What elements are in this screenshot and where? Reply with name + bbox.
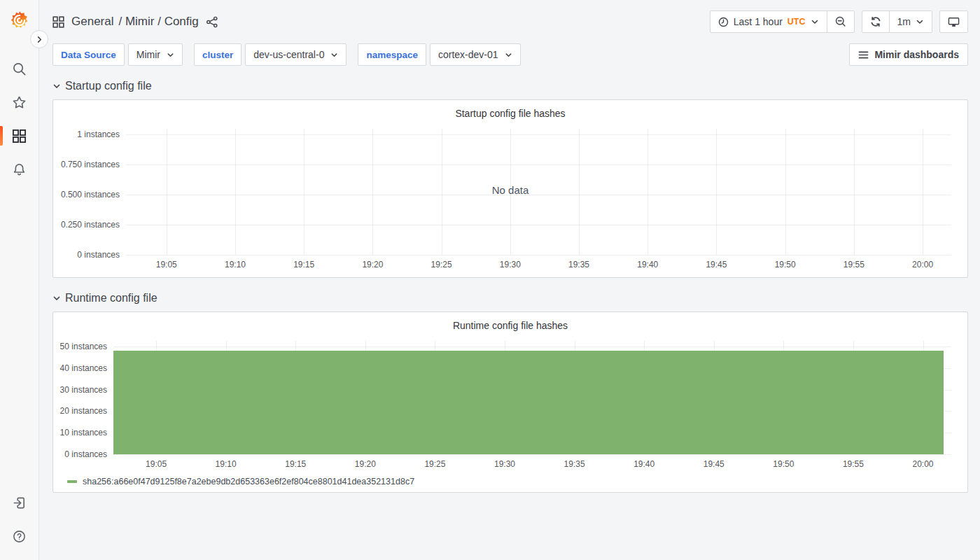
x-axis-label: 19:35 [564,459,585,469]
apps-grid-icon[interactable] [52,16,64,28]
startup-config-chart[interactable]: 1 instances0.750 instances0.500 instance… [59,122,962,273]
zoom-out-button[interactable] [827,11,854,32]
menu-icon [858,50,869,59]
y-axis-label: 50 instances [60,342,107,351]
x-axis-label: 19:15 [293,260,314,270]
x-axis: 19:0519:1019:1519:2019:2519:3019:3519:40… [113,454,951,472]
time-range-label: Last 1 hour [734,16,783,27]
panel-header: Startup config file hashes [59,105,962,122]
chevron-down-icon [167,51,174,59]
variable-cluster-value: dev-us-central-0 [253,49,324,60]
timezone-label: UTC [788,17,806,27]
chevron-down-icon [505,51,512,59]
sidebar [0,0,39,560]
dashboard-content: Startup config file Startup config file … [39,66,980,493]
x-axis-label: 19:15 [285,459,306,469]
sign-in-icon [12,496,27,510]
variable-namespace-label[interactable]: namespace [358,43,426,66]
x-axis-label: 19:05 [156,260,177,270]
sidebar-item-search[interactable] [0,52,39,85]
x-axis-label: 19:10 [216,459,237,469]
variable-namespace-select[interactable]: cortex-dev-01 [430,43,521,66]
legend-swatch [67,480,77,483]
runtime-config-chart[interactable]: 50 instances40 instances30 instances20 i… [59,334,962,472]
variable-datasource-select[interactable]: Mimir [128,43,183,66]
panel-startup-config-hashes: Startup config file hashes 1 instances0.… [52,99,968,278]
gridline [113,346,951,347]
y-axis-label: 20 instances [60,406,107,416]
sidebar-item-alerting[interactable] [0,153,39,186]
x-axis-label: 19:25 [424,459,445,469]
grafana-logo-icon[interactable] [9,10,30,31]
plot-area[interactable] [113,334,951,454]
y-axis-label: 0.250 instances [61,220,120,230]
y-axis-label: 30 instances [60,385,107,395]
y-axis-label: 10 instances [60,428,107,438]
x-axis-label: 19:10 [225,260,246,270]
variable-namespace-value: cortex-dev-01 [438,49,498,60]
series-area[interactable] [113,351,944,454]
legend-item[interactable]: sha256:a66e0f47d9125f8e7a2ebe9db2d653363… [67,475,962,488]
y-axis-label: 0 instances [64,449,107,459]
time-controls-group: Last 1 hour UTC [710,10,855,33]
x-axis-label: 19:35 [568,260,589,270]
x-axis-label: 19:45 [704,459,724,469]
share-icon[interactable] [206,16,218,28]
panel-header: Runtime config file hashes [59,317,962,334]
sidebar-item-sign-in[interactable] [0,486,39,519]
variables-bar: Data Source Mimir cluster dev-us-central… [39,39,980,66]
refresh-interval-value: 1m [897,16,911,27]
variable-namespace: namespace cortex-dev-01 [358,43,520,66]
x-axis: 19:0519:1019:1519:2019:2519:3019:3519:40… [126,255,951,273]
panel-title[interactable]: Startup config file hashes [455,108,565,119]
y-axis-label: 1 instances [77,130,120,139]
x-axis-label: 19:40 [637,260,658,270]
chevron-down-icon [52,294,61,302]
refresh-icon [870,16,881,27]
variable-datasource-value: Mimir [136,49,160,60]
row-title: Startup config file [65,80,152,92]
x-axis-label: 19:05 [146,459,167,469]
active-indicator [0,126,3,146]
variable-datasource: Data Source Mimir [52,43,183,66]
grafana-app: General / Mimir / Config [0,0,980,560]
dashboard-navbar: General / Mimir / Config [39,0,980,39]
variable-cluster: cluster dev-us-central-0 [194,43,346,66]
row-startup-config[interactable]: Startup config file [52,78,968,94]
refresh-button[interactable] [862,11,889,32]
clock-icon [718,17,729,27]
sidebar-item-help[interactable] [0,519,39,553]
variable-datasource-label[interactable]: Data Source [52,43,125,66]
panel-runtime-config-hashes: Runtime config file hashes 50 instances4… [52,312,968,493]
variable-cluster-label[interactable]: cluster [194,43,241,66]
gridline [126,225,951,225]
x-axis-label: 19:25 [431,260,452,270]
kiosk-group [939,10,968,33]
navbar-controls: Last 1 hour UTC [710,10,968,33]
chevron-down-icon [330,51,338,59]
panel-title[interactable]: Runtime config file hashes [453,320,568,331]
breadcrumb-folder[interactable]: General [71,15,113,29]
time-picker-button[interactable]: Last 1 hour UTC [710,11,827,32]
row-title: Runtime config file [65,292,158,304]
x-axis-label: 19:40 [634,459,654,469]
x-axis-label: 19:20 [355,459,376,469]
x-axis-label: 19:50 [775,260,796,270]
x-axis-label: 19:30 [494,459,515,469]
refresh-interval-dropdown[interactable]: 1m [889,11,932,32]
x-axis-label: 20:00 [912,260,933,270]
sidebar-item-dashboards[interactable] [0,119,39,153]
sidebar-expand-button[interactable] [30,30,48,48]
tv-mode-button[interactable] [940,11,967,32]
x-axis-label: 19:55 [844,260,864,270]
x-axis-label: 19:55 [843,459,864,469]
x-axis-label: 20:00 [913,459,934,469]
y-axis-label: 40 instances [60,363,107,373]
sidebar-item-starred[interactable] [0,85,39,119]
mimir-dashboards-label: Mimir dashboards [874,49,959,60]
row-runtime-config[interactable]: Runtime config file [52,290,968,306]
chevron-down-icon [916,18,924,26]
variable-cluster-select[interactable]: dev-us-central-0 [245,43,346,66]
mimir-dashboards-button[interactable]: Mimir dashboards [849,43,968,66]
chevron-down-icon [52,82,61,90]
